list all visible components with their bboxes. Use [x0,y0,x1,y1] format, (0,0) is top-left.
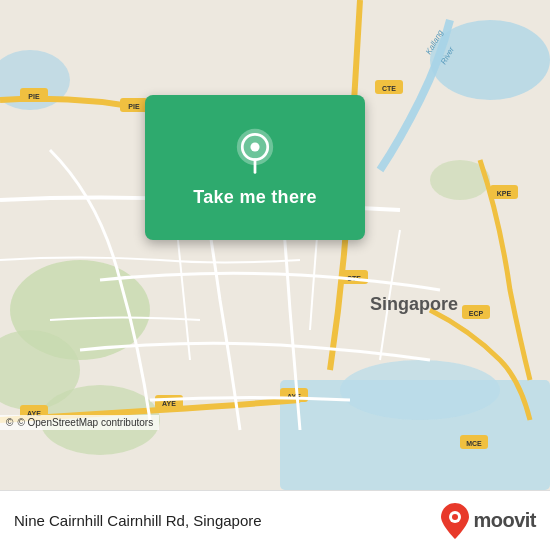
moovit-pin-icon [441,503,469,539]
copyright-icon: © [6,417,13,428]
map-container: PIE PIE PIE CTE CTE KPE AYE AYE AYE ECP … [0,0,550,490]
svg-text:PIE: PIE [128,103,140,110]
svg-text:ECP: ECP [469,310,484,317]
location-name: Nine Cairnhill Cairnhill Rd, Singapore [14,512,262,529]
moovit-text: moovit [473,509,536,532]
attribution-bar: © © OpenStreetMap contributors [0,415,159,430]
svg-text:MCE: MCE [466,440,482,447]
svg-text:CTE: CTE [382,85,396,92]
svg-text:KPE: KPE [497,190,512,197]
bottom-bar: Nine Cairnhill Cairnhill Rd, Singapore m… [0,490,550,550]
svg-point-4 [340,360,500,420]
svg-text:PIE: PIE [28,93,40,100]
moovit-logo: moovit [441,503,536,539]
svg-point-39 [452,514,458,520]
take-me-there-button[interactable]: Take me there [193,187,317,208]
svg-text:Singapore: Singapore [370,294,458,314]
attribution-text: © OpenStreetMap contributors [17,417,153,428]
svg-point-36 [250,142,259,151]
svg-text:AYE: AYE [162,400,176,407]
location-card[interactable]: Take me there [145,95,365,240]
location-pin-icon [230,127,280,177]
